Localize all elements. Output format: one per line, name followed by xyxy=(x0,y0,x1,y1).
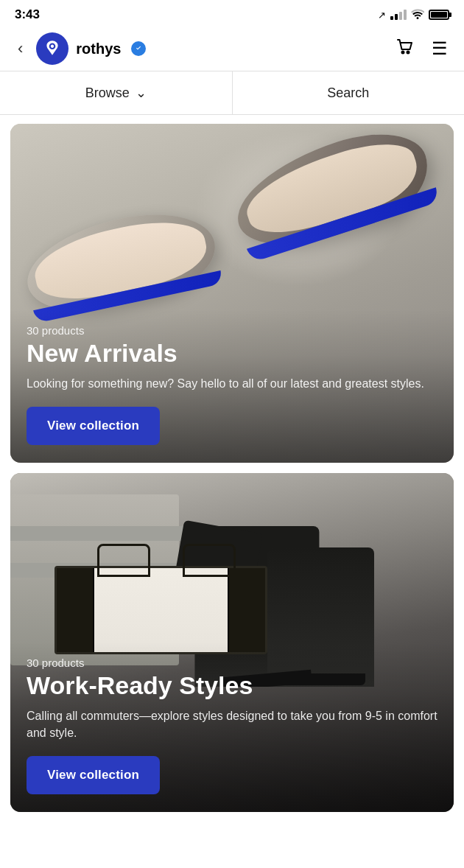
browse-button[interactable]: Browse ⌄ xyxy=(0,71,233,114)
new-arrivals-card: 30 products New Arrivals Looking for som… xyxy=(10,124,454,463)
card-title-2: Work-Ready Styles xyxy=(27,672,437,699)
cart-button[interactable] xyxy=(390,32,420,65)
search-button[interactable]: Search xyxy=(233,71,465,114)
signal-bars-icon xyxy=(390,10,407,20)
svg-point-1 xyxy=(407,52,409,54)
shoe-image-area xyxy=(10,124,454,327)
card-count-2: 30 products xyxy=(27,657,437,669)
shoe-upper xyxy=(224,124,440,263)
brand-logo-icon xyxy=(43,39,62,58)
view-collection-button-2[interactable]: View collection xyxy=(27,756,160,794)
battery-icon xyxy=(429,10,449,20)
work-ready-card: 30 products Work-Ready Styles Calling al… xyxy=(10,473,454,812)
status-time: 3:43 xyxy=(15,7,40,22)
nav-bar: Browse ⌄ Search xyxy=(0,71,464,115)
browse-label: Browse xyxy=(85,85,130,101)
back-button[interactable]: ‹ xyxy=(12,36,29,61)
card-overlay-2: 30 products Work-Ready Styles Calling al… xyxy=(10,642,454,812)
card-overlay: 30 products New Arrivals Looking for som… xyxy=(10,309,454,463)
step-line xyxy=(10,526,210,541)
status-icons: ↗ xyxy=(378,9,449,21)
card-count: 30 products xyxy=(27,324,437,337)
menu-button[interactable]: ☰ xyxy=(427,35,452,62)
chevron-down-icon: ⌄ xyxy=(136,85,147,101)
location-icon: ↗ xyxy=(378,10,386,21)
wifi-icon xyxy=(411,9,424,21)
tote-bag xyxy=(55,544,267,655)
brand-logo xyxy=(36,32,68,65)
card-description-2: Calling all commuters—explore styles des… xyxy=(27,707,437,741)
search-label: Search xyxy=(327,85,369,101)
view-collection-button-1[interactable]: View collection xyxy=(27,407,160,445)
collections-container: 30 products New Arrivals Looking for som… xyxy=(0,124,464,812)
verified-icon xyxy=(131,41,146,56)
brand-name: rothys xyxy=(76,41,121,57)
status-bar: 3:43 ↗ xyxy=(0,0,464,27)
shoe-lower xyxy=(18,200,223,323)
card-description: Looking for something new? Say hello to … xyxy=(27,375,437,392)
header: ‹ rothys ☰ xyxy=(0,27,464,71)
card-title: New Arrivals xyxy=(27,340,437,367)
svg-point-0 xyxy=(402,52,404,54)
